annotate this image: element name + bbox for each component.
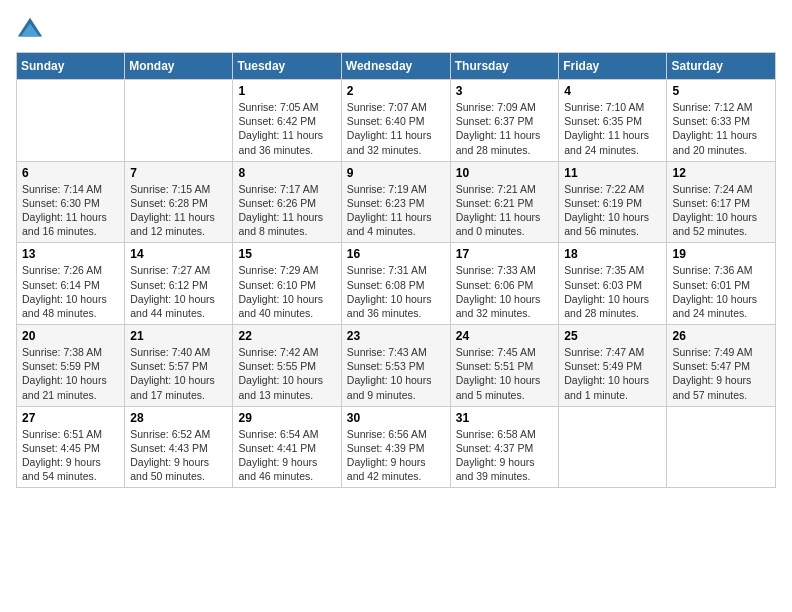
day-info: Sunrise: 7:31 AM Sunset: 6:08 PM Dayligh… [347, 263, 445, 320]
calendar-cell: 25Sunrise: 7:47 AM Sunset: 5:49 PM Dayli… [559, 325, 667, 407]
day-info: Sunrise: 6:56 AM Sunset: 4:39 PM Dayligh… [347, 427, 445, 484]
calendar-cell: 29Sunrise: 6:54 AM Sunset: 4:41 PM Dayli… [233, 406, 341, 488]
day-number: 27 [22, 411, 119, 425]
day-number: 7 [130, 166, 227, 180]
calendar-cell: 20Sunrise: 7:38 AM Sunset: 5:59 PM Dayli… [17, 325, 125, 407]
calendar-body: 1Sunrise: 7:05 AM Sunset: 6:42 PM Daylig… [17, 80, 776, 488]
calendar-cell: 8Sunrise: 7:17 AM Sunset: 6:26 PM Daylig… [233, 161, 341, 243]
day-number: 25 [564, 329, 661, 343]
day-info: Sunrise: 7:26 AM Sunset: 6:14 PM Dayligh… [22, 263, 119, 320]
day-number: 26 [672, 329, 770, 343]
calendar-cell: 17Sunrise: 7:33 AM Sunset: 6:06 PM Dayli… [450, 243, 559, 325]
day-number: 28 [130, 411, 227, 425]
calendar-cell: 16Sunrise: 7:31 AM Sunset: 6:08 PM Dayli… [341, 243, 450, 325]
calendar-cell: 15Sunrise: 7:29 AM Sunset: 6:10 PM Dayli… [233, 243, 341, 325]
weekday-header-friday: Friday [559, 53, 667, 80]
day-info: Sunrise: 6:52 AM Sunset: 4:43 PM Dayligh… [130, 427, 227, 484]
day-number: 5 [672, 84, 770, 98]
day-number: 12 [672, 166, 770, 180]
day-info: Sunrise: 7:09 AM Sunset: 6:37 PM Dayligh… [456, 100, 554, 157]
day-number: 1 [238, 84, 335, 98]
day-info: Sunrise: 7:10 AM Sunset: 6:35 PM Dayligh… [564, 100, 661, 157]
day-number: 21 [130, 329, 227, 343]
day-info: Sunrise: 7:49 AM Sunset: 5:47 PM Dayligh… [672, 345, 770, 402]
day-number: 3 [456, 84, 554, 98]
day-number: 13 [22, 247, 119, 261]
day-number: 20 [22, 329, 119, 343]
calendar-cell: 24Sunrise: 7:45 AM Sunset: 5:51 PM Dayli… [450, 325, 559, 407]
day-info: Sunrise: 7:42 AM Sunset: 5:55 PM Dayligh… [238, 345, 335, 402]
calendar-cell [667, 406, 776, 488]
day-number: 15 [238, 247, 335, 261]
calendar-cell: 10Sunrise: 7:21 AM Sunset: 6:21 PM Dayli… [450, 161, 559, 243]
calendar-cell: 2Sunrise: 7:07 AM Sunset: 6:40 PM Daylig… [341, 80, 450, 162]
calendar-cell: 3Sunrise: 7:09 AM Sunset: 6:37 PM Daylig… [450, 80, 559, 162]
day-info: Sunrise: 7:29 AM Sunset: 6:10 PM Dayligh… [238, 263, 335, 320]
calendar-cell: 21Sunrise: 7:40 AM Sunset: 5:57 PM Dayli… [125, 325, 233, 407]
day-number: 31 [456, 411, 554, 425]
calendar-week-row: 6Sunrise: 7:14 AM Sunset: 6:30 PM Daylig… [17, 161, 776, 243]
weekday-header-monday: Monday [125, 53, 233, 80]
day-info: Sunrise: 7:43 AM Sunset: 5:53 PM Dayligh… [347, 345, 445, 402]
day-info: Sunrise: 6:58 AM Sunset: 4:37 PM Dayligh… [456, 427, 554, 484]
calendar-cell: 22Sunrise: 7:42 AM Sunset: 5:55 PM Dayli… [233, 325, 341, 407]
day-info: Sunrise: 6:54 AM Sunset: 4:41 PM Dayligh… [238, 427, 335, 484]
day-number: 9 [347, 166, 445, 180]
calendar-cell: 6Sunrise: 7:14 AM Sunset: 6:30 PM Daylig… [17, 161, 125, 243]
day-info: Sunrise: 7:38 AM Sunset: 5:59 PM Dayligh… [22, 345, 119, 402]
day-number: 11 [564, 166, 661, 180]
calendar-cell: 19Sunrise: 7:36 AM Sunset: 6:01 PM Dayli… [667, 243, 776, 325]
calendar-cell: 11Sunrise: 7:22 AM Sunset: 6:19 PM Dayli… [559, 161, 667, 243]
day-number: 8 [238, 166, 335, 180]
calendar: SundayMondayTuesdayWednesdayThursdayFrid… [16, 52, 776, 488]
calendar-cell: 1Sunrise: 7:05 AM Sunset: 6:42 PM Daylig… [233, 80, 341, 162]
calendar-cell [125, 80, 233, 162]
calendar-week-row: 27Sunrise: 6:51 AM Sunset: 4:45 PM Dayli… [17, 406, 776, 488]
day-info: Sunrise: 7:07 AM Sunset: 6:40 PM Dayligh… [347, 100, 445, 157]
day-info: Sunrise: 7:14 AM Sunset: 6:30 PM Dayligh… [22, 182, 119, 239]
weekday-header-sunday: Sunday [17, 53, 125, 80]
day-number: 16 [347, 247, 445, 261]
day-number: 4 [564, 84, 661, 98]
day-number: 6 [22, 166, 119, 180]
day-info: Sunrise: 7:22 AM Sunset: 6:19 PM Dayligh… [564, 182, 661, 239]
day-number: 24 [456, 329, 554, 343]
calendar-week-row: 20Sunrise: 7:38 AM Sunset: 5:59 PM Dayli… [17, 325, 776, 407]
calendar-cell: 23Sunrise: 7:43 AM Sunset: 5:53 PM Dayli… [341, 325, 450, 407]
day-number: 10 [456, 166, 554, 180]
logo [16, 16, 48, 44]
logo-icon [16, 16, 44, 44]
day-info: Sunrise: 7:21 AM Sunset: 6:21 PM Dayligh… [456, 182, 554, 239]
calendar-cell [559, 406, 667, 488]
day-info: Sunrise: 7:33 AM Sunset: 6:06 PM Dayligh… [456, 263, 554, 320]
calendar-header-row: SundayMondayTuesdayWednesdayThursdayFrid… [17, 53, 776, 80]
day-info: Sunrise: 7:40 AM Sunset: 5:57 PM Dayligh… [130, 345, 227, 402]
day-number: 17 [456, 247, 554, 261]
day-info: Sunrise: 7:24 AM Sunset: 6:17 PM Dayligh… [672, 182, 770, 239]
weekday-header-saturday: Saturday [667, 53, 776, 80]
calendar-cell [17, 80, 125, 162]
day-info: Sunrise: 7:17 AM Sunset: 6:26 PM Dayligh… [238, 182, 335, 239]
weekday-header-tuesday: Tuesday [233, 53, 341, 80]
day-info: Sunrise: 6:51 AM Sunset: 4:45 PM Dayligh… [22, 427, 119, 484]
day-info: Sunrise: 7:19 AM Sunset: 6:23 PM Dayligh… [347, 182, 445, 239]
calendar-cell: 26Sunrise: 7:49 AM Sunset: 5:47 PM Dayli… [667, 325, 776, 407]
calendar-cell: 13Sunrise: 7:26 AM Sunset: 6:14 PM Dayli… [17, 243, 125, 325]
calendar-cell: 7Sunrise: 7:15 AM Sunset: 6:28 PM Daylig… [125, 161, 233, 243]
calendar-cell: 14Sunrise: 7:27 AM Sunset: 6:12 PM Dayli… [125, 243, 233, 325]
calendar-week-row: 1Sunrise: 7:05 AM Sunset: 6:42 PM Daylig… [17, 80, 776, 162]
page-header [16, 16, 776, 44]
day-info: Sunrise: 7:35 AM Sunset: 6:03 PM Dayligh… [564, 263, 661, 320]
calendar-cell: 4Sunrise: 7:10 AM Sunset: 6:35 PM Daylig… [559, 80, 667, 162]
day-number: 30 [347, 411, 445, 425]
day-number: 14 [130, 247, 227, 261]
calendar-cell: 9Sunrise: 7:19 AM Sunset: 6:23 PM Daylig… [341, 161, 450, 243]
calendar-cell: 12Sunrise: 7:24 AM Sunset: 6:17 PM Dayli… [667, 161, 776, 243]
day-info: Sunrise: 7:45 AM Sunset: 5:51 PM Dayligh… [456, 345, 554, 402]
day-info: Sunrise: 7:12 AM Sunset: 6:33 PM Dayligh… [672, 100, 770, 157]
day-number: 22 [238, 329, 335, 343]
calendar-cell: 27Sunrise: 6:51 AM Sunset: 4:45 PM Dayli… [17, 406, 125, 488]
calendar-cell: 28Sunrise: 6:52 AM Sunset: 4:43 PM Dayli… [125, 406, 233, 488]
day-info: Sunrise: 7:15 AM Sunset: 6:28 PM Dayligh… [130, 182, 227, 239]
day-info: Sunrise: 7:05 AM Sunset: 6:42 PM Dayligh… [238, 100, 335, 157]
